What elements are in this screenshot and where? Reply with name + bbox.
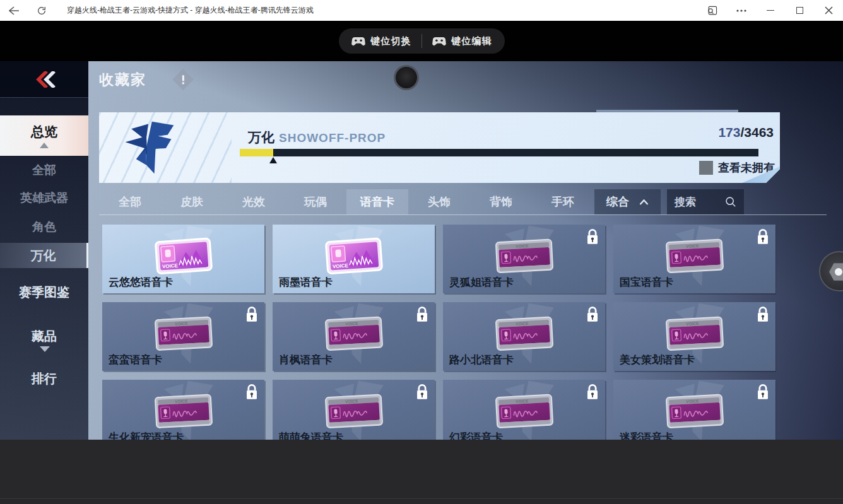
svg-text:VOICE: VOICE [174, 398, 187, 403]
voice-card-icon: VOICE [323, 390, 385, 431]
back-arrow-icon [9, 6, 19, 15]
card-name: 云悠悠语音卡 [109, 275, 173, 290]
card-name: 生化新宠语音卡 [109, 430, 184, 440]
collection-card[interactable]: VOICE 灵狐姐语音卡 [443, 225, 605, 293]
card-name: 迷彩语音卡 [620, 430, 673, 440]
card-name: 蛮蛮语音卡 [109, 353, 162, 367]
floating-control-dot[interactable] [394, 65, 419, 90]
back-button[interactable] [0, 0, 28, 21]
floating-assistant-button[interactable] [819, 251, 843, 291]
collection-card[interactable]: VOICE 迷彩语音卡 [613, 380, 775, 440]
command-bar: 键位切换 键位编辑 [0, 21, 843, 61]
screen-search-button[interactable] [698, 0, 727, 21]
page-header: 收藏家 [88, 61, 843, 98]
tab-all[interactable]: 全部 [99, 189, 161, 214]
lock-icon [586, 384, 599, 401]
collection-card[interactable]: VOICE 蛮蛮语音卡 [102, 302, 264, 371]
sidebar-item-season-gallery[interactable]: 赛季图鉴 [0, 278, 88, 306]
collection-card[interactable]: VOICE 雨墨语音卡 [273, 225, 435, 293]
lock-icon [586, 306, 599, 324]
unowned-label: 查看未拥有 [718, 160, 775, 175]
progress-fill [240, 149, 273, 156]
card-grid: VOICE 云悠悠语音卡 VOICE 雨墨语音卡 [102, 225, 776, 440]
voice-card-icon: VOICE [493, 390, 555, 431]
key-edit-button[interactable]: 键位编辑 [432, 35, 492, 47]
search-label: 搜索 [675, 195, 696, 209]
key-switch-button[interactable]: 键位切换 [351, 35, 411, 47]
svg-text:VOICE: VOICE [174, 320, 187, 325]
lock-icon [415, 306, 429, 324]
refresh-button[interactable] [28, 0, 56, 21]
minimize-button[interactable] [756, 0, 785, 21]
keymap-pill: 键位切换 键位编辑 [339, 28, 505, 54]
sidebar: 总览 全部 英雄武器 角色 万化 赛季图鉴 藏品 排行 [0, 61, 88, 440]
svg-text:VOICE: VOICE [345, 398, 358, 403]
tab-light-effects[interactable]: 光效 [223, 189, 285, 214]
search-box[interactable]: 搜索 [667, 189, 744, 214]
alert-diamond-icon[interactable] [172, 69, 194, 90]
svg-text:VOICE: VOICE [515, 320, 528, 325]
bottom-band [0, 440, 843, 504]
sidebar-item-characters[interactable]: 角色 [0, 213, 88, 241]
collapse-sidebar-button[interactable] [0, 61, 88, 98]
collection-card[interactable]: VOICE 生化新宠语音卡 [102, 380, 264, 440]
key-edit-label: 键位编辑 [452, 35, 492, 47]
voice-card-icon: VOICE [153, 313, 215, 353]
sidebar-item-showoff[interactable]: 万化 [0, 243, 88, 268]
sort-label: 综合 [606, 194, 629, 209]
lock-icon [245, 306, 259, 324]
card-name: 幻彩语音卡 [449, 430, 503, 440]
progress-marker[interactable] [269, 157, 277, 163]
collection-progress-bar [240, 149, 758, 156]
svg-text:VOICE: VOICE [685, 243, 699, 248]
collection-card[interactable]: VOICE 幻彩语音卡 [443, 380, 605, 440]
tab-skins[interactable]: 皮肤 [161, 189, 223, 214]
voice-card-icon: VOICE [153, 390, 215, 431]
double-chevron-left-icon [33, 71, 56, 88]
count-current: 173 [718, 125, 740, 139]
voice-card-icon: VOICE [323, 313, 385, 353]
ellipsis-icon [736, 9, 746, 12]
collection-card[interactable]: VOICE 路小北语音卡 [443, 302, 605, 371]
sidebar-item-overview[interactable]: 总览 [0, 115, 88, 156]
sidebar-item-ranking[interactable]: 排行 [0, 365, 88, 392]
voice-card-icon: VOICE [664, 390, 726, 431]
tab-bracelets[interactable]: 手环 [532, 189, 594, 214]
sidebar-item-label: 总览 [31, 123, 57, 141]
sidebar-item-all[interactable]: 全部 [0, 156, 88, 184]
tab-bar: 全部 皮肤 光效 玩偶 语音卡 头饰 背饰 手环 综合 搜索 [99, 189, 827, 215]
caret-down-icon [40, 346, 50, 352]
gamepad-icon [432, 37, 446, 46]
close-button[interactable] [814, 0, 843, 21]
maximize-button[interactable] [785, 0, 814, 21]
voice-card-icon: VOICE [493, 313, 555, 353]
sort-dropdown[interactable]: 综合 [594, 189, 661, 214]
lock-icon [756, 384, 770, 401]
tab-voice-cards[interactable]: 语音卡 [346, 189, 408, 214]
tab-headwear[interactable]: 头饰 [408, 189, 470, 214]
collection-card[interactable]: VOICE 美女策划语音卡 [613, 302, 775, 371]
tab-dolls[interactable]: 玩偶 [285, 189, 346, 214]
show-unowned-toggle[interactable]: 查看未拥有 [699, 160, 775, 175]
scrollbar-strip[interactable] [596, 110, 738, 112]
unowned-checkbox[interactable] [699, 161, 713, 175]
cf-logo [118, 119, 179, 177]
lock-icon [245, 384, 259, 401]
svg-text:VOICE: VOICE [685, 320, 699, 325]
voice-card-icon: VOICE [664, 313, 726, 353]
tab-back-accessories[interactable]: 背饰 [470, 189, 532, 214]
collection-card[interactable]: VOICE 肖枫语音卡 [273, 302, 435, 371]
more-button[interactable] [727, 0, 756, 21]
card-name: 肖枫语音卡 [279, 353, 333, 367]
gamepad-icon [351, 37, 365, 46]
caret-up-icon [639, 199, 649, 205]
pill-divider [422, 34, 422, 48]
app-window: 穿越火线-枪战王者-云游戏-快捷方式 - 穿越火线-枪战王者-腾讯先锋云游戏 键… [0, 0, 843, 504]
collection-card[interactable]: VOICE 云悠悠语音卡 [102, 225, 264, 293]
lock-icon [586, 228, 599, 246]
sidebar-item-hero-weapons[interactable]: 英雄武器 [0, 184, 88, 212]
collection-card[interactable]: VOICE 国宝语音卡 [613, 225, 775, 293]
svg-text:VOICE: VOICE [162, 262, 178, 269]
count-total: 3463 [744, 125, 774, 139]
collection-card[interactable]: VOICE 萌萌兔语音卡 [273, 380, 435, 440]
